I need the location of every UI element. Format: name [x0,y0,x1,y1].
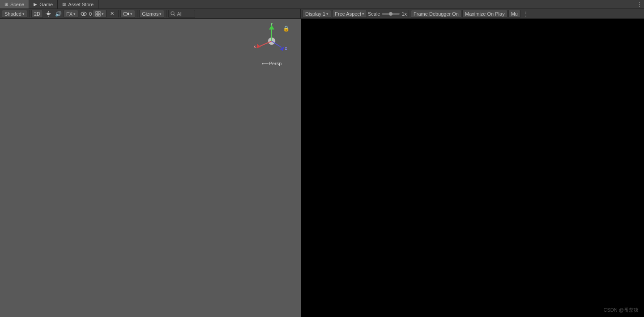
scale-value: 1x [401,11,407,17]
game-toolbar-more[interactable]: ⋮ [521,11,530,17]
tab-more-button[interactable]: ⋮ [635,0,644,8]
separator-3 [137,10,137,17]
game-tab-icon: ▶ [34,2,37,7]
audio-icon: 🔊 [55,11,62,17]
shaded-dropdown[interactable]: Shaded ▾ [2,10,27,18]
scene-tab-label: Scene [10,2,24,7]
grid-icon [95,11,101,17]
display-dropdown[interactable]: Display 1 ▾ [303,10,331,18]
shaded-label: Shaded [4,11,21,17]
visibility-count: 0 [89,11,92,17]
search-icon [171,11,175,16]
game-separator-1 [409,10,409,17]
fx-label: FX [66,11,73,17]
svg-point-6 [83,13,85,15]
gizmos-dropdown[interactable]: Gizmos ▾ [139,10,164,18]
scene-search[interactable]: All [168,10,195,18]
light-icon [45,11,51,17]
asset-store-tab-icon: ⊠ [62,2,66,7]
svg-marker-12 [127,13,129,15]
separator-4 [166,10,166,17]
frame-debugger-button[interactable]: Frame Debugger On [411,10,461,18]
svg-rect-11 [124,13,127,15]
watermark-text: CSDN @番茄猿 [604,307,639,313]
svg-rect-9 [96,14,98,16]
snap-icon: ✕ [110,11,114,17]
svg-rect-7 [96,12,98,13]
persp-label: ⟵Persp [262,61,282,67]
scale-slider-track[interactable] [382,13,400,15]
shaded-arrow: ▾ [22,12,25,16]
mute-label: Mu [511,11,518,17]
aspect-label: Free Aspect [335,11,361,17]
maximize-on-play-button[interactable]: Maximize On Play [462,10,508,18]
scene-visibility-toggle[interactable] [79,10,88,18]
camera-arrow: ▾ [130,12,132,16]
svg-text:x: x [254,44,256,49]
asset-store-tab[interactable]: ⊠ Asset Store [58,0,98,8]
separator-1 [29,10,30,17]
eye-icon [81,11,87,17]
audio-toggle[interactable]: 🔊 [54,10,63,18]
game-tab[interactable]: ▶ Game [29,0,58,8]
svg-text:z: z [285,46,287,51]
svg-point-13 [171,12,174,15]
2d-button[interactable]: 2D [31,10,43,18]
aspect-arrow: ▾ [362,12,364,16]
mute-button[interactable]: Mu [508,10,520,18]
gizmos-label: Gizmos [142,11,158,17]
camera-icon [123,11,129,17]
scene-tab-icon: ⊞ [4,2,8,7]
2d-label: 2D [34,11,40,17]
display-arrow: ▾ [326,12,328,16]
svg-marker-17 [269,25,274,30]
gizmo-widget: 🔒 y x z ⟵Persp [252,23,292,77]
scale-slider-thumb [389,12,392,16]
frame-debugger-label: Frame Debugger On [414,11,459,17]
scale-label: Scale [368,11,380,17]
game-viewport: CSDN @番茄猿 [301,19,644,317]
grid-arrow: ▾ [102,12,104,16]
scene-tab[interactable]: ⊞ Scene [0,0,29,8]
display-label: Display 1 [305,11,325,17]
scene-viewport[interactable]: 🔒 y x z ⟵Persp [0,19,301,317]
camera-dropdown[interactable]: ▾ [120,10,135,18]
scale-control[interactable]: Scale 1x [368,11,407,17]
lock-icon[interactable]: 🔒 [283,25,290,32]
game-tab-label: Game [39,2,53,7]
search-placeholder: All [177,11,182,17]
separator-2 [118,10,119,17]
svg-text:y: y [270,23,273,25]
gizmos-arrow: ▾ [159,12,162,16]
svg-rect-10 [98,14,100,16]
fx-dropdown[interactable]: FX ▾ [64,10,78,18]
lighting-toggle[interactable] [44,10,53,18]
asset-store-tab-label: Asset Store [68,2,94,7]
svg-line-14 [174,15,175,16]
grid-dropdown[interactable]: ▾ [93,10,107,18]
fx-arrow: ▾ [73,12,76,16]
aspect-dropdown[interactable]: Free Aspect ▾ [332,10,367,18]
snap-settings[interactable]: ✕ [107,10,116,18]
maximize-label: Maximize On Play [465,11,505,17]
svg-point-0 [47,13,50,15]
svg-rect-8 [98,12,100,13]
